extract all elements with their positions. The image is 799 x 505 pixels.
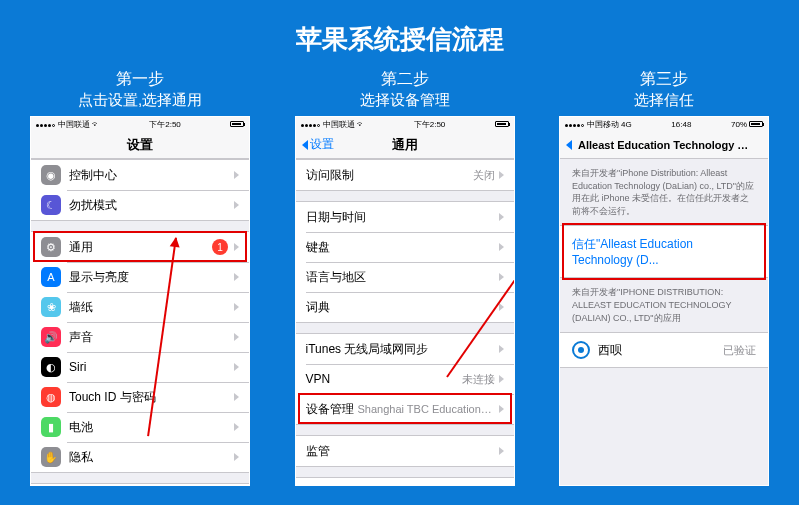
- chevron-right-icon: [234, 453, 239, 461]
- siri-icon: ◐: [41, 357, 61, 377]
- row-label: 墙纸: [69, 299, 234, 316]
- developer-untrusted-description: 来自开发者"iPhone Distribution: Alleast Educa…: [560, 159, 768, 225]
- row-label: 声音: [69, 329, 234, 346]
- nav-title: 设置: [127, 136, 153, 154]
- general-group-3: iTunes 无线局域网同步 VPN 未连接 设备管理 Shanghai TBC…: [296, 333, 514, 425]
- row-display[interactable]: A 显示与亮度: [31, 262, 249, 292]
- signal-dots-icon: [301, 120, 321, 129]
- dnd-icon: ☾: [41, 195, 61, 215]
- row-appstore[interactable]: Ⓐ iTunes Store 与 App Store: [31, 484, 249, 486]
- row-sound[interactable]: 🔊 声音: [31, 322, 249, 352]
- row-itunes-wifi-sync[interactable]: iTunes 无线局域网同步: [296, 334, 514, 364]
- settings-group-1: ◉ 控制中心 ☾ 勿扰模式: [31, 159, 249, 221]
- row-label: 电池: [69, 419, 234, 436]
- row-touchid[interactable]: ◍ Touch ID 与密码: [31, 382, 249, 412]
- battery-icon: [749, 121, 763, 127]
- step-2-title: 第二步: [381, 67, 429, 91]
- chevron-right-icon: [499, 447, 504, 455]
- app-verified-status: 已验证: [723, 343, 756, 358]
- row-battery[interactable]: ▮ 电池: [31, 412, 249, 442]
- page-title: 苹果系统授信流程: [0, 0, 799, 57]
- chevron-right-icon: [234, 423, 239, 431]
- row-reset[interactable]: 还原: [296, 478, 514, 486]
- step-1-subtitle: 点击设置,选择通用: [78, 91, 202, 110]
- battery-row-icon: ▮: [41, 417, 61, 437]
- signal-dots-icon: [36, 120, 56, 129]
- chevron-right-icon: [499, 273, 504, 281]
- back-label: 设置: [310, 136, 334, 153]
- display-icon: A: [41, 267, 61, 287]
- phone-2-screenshot: 中国联通 ᯤ 下午2:50 设置 通用 访问限制 关闭: [295, 116, 515, 486]
- row-dnd[interactable]: ☾ 勿扰模式: [31, 190, 249, 220]
- fingerprint-icon: ◍: [41, 387, 61, 407]
- row-privacy[interactable]: ✋ 隐私: [31, 442, 249, 472]
- nav-bar: Alleast Education Technology (DaLia...: [560, 131, 768, 159]
- chevron-right-icon: [499, 375, 504, 383]
- row-label: 设备管理: [306, 401, 354, 418]
- row-label: VPN: [306, 372, 462, 386]
- status-bar: 中国移动 4G 16:48 70%: [560, 117, 768, 131]
- row-datetime[interactable]: 日期与时间: [296, 202, 514, 232]
- row-label: 词典: [306, 299, 499, 316]
- status-bar: 中国联通 ᯤ 下午2:50: [31, 117, 249, 131]
- row-keyboard[interactable]: 键盘: [296, 232, 514, 262]
- wallpaper-icon: ❀: [41, 297, 61, 317]
- chevron-right-icon: [234, 363, 239, 371]
- gear-icon: ⚙: [41, 237, 61, 257]
- trust-developer-button[interactable]: 信任"Alleast Education Technology (D...: [560, 225, 768, 278]
- step-3: 第三步 选择信任 中国移动 4G 16:48 70% Alleast Ed: [559, 67, 769, 486]
- chevron-left-icon: [302, 140, 308, 150]
- chevron-right-icon: [499, 171, 504, 179]
- row-label: 访问限制: [306, 167, 473, 184]
- carrier-label: 中国联通: [58, 119, 90, 130]
- privacy-icon: ✋: [41, 447, 61, 467]
- row-label: 勿扰模式: [69, 197, 234, 214]
- nav-bar: 设置: [31, 131, 249, 159]
- chevron-right-icon: [234, 393, 239, 401]
- chevron-right-icon: [234, 201, 239, 209]
- status-time: 下午2:50: [365, 119, 495, 130]
- step-2-subtitle: 选择设备管理: [360, 91, 450, 110]
- row-supervision[interactable]: 监管: [296, 436, 514, 466]
- nav-title: Alleast Education Technology (DaLia...: [560, 139, 768, 151]
- chevron-right-icon: [234, 273, 239, 281]
- app-row[interactable]: 西呗 已验证: [560, 332, 768, 368]
- phone-3-screenshot: 中国移动 4G 16:48 70% Alleast Education Tech…: [559, 116, 769, 486]
- step-1: 第一步 点击设置,选择通用 中国联通 ᯤ 下午2:50 设置 ◉ 控制中心: [30, 67, 250, 486]
- row-label: 日期与时间: [306, 209, 499, 226]
- row-general[interactable]: ⚙ 通用 1: [31, 232, 249, 262]
- general-group-4: 监管: [296, 435, 514, 467]
- row-restrictions[interactable]: 访问限制 关闭: [296, 160, 514, 190]
- carrier-label: 中国移动: [587, 119, 619, 130]
- settings-group-3: Ⓐ iTunes Store 与 App Store ⌧ Wallet 与 Ap…: [31, 483, 249, 486]
- back-button[interactable]: [566, 140, 572, 150]
- settings-group-2: ⚙ 通用 1 A 显示与亮度 ❀ 墙纸 🔊 声音: [31, 231, 249, 473]
- chevron-right-icon: [234, 171, 239, 179]
- row-label: 显示与亮度: [69, 269, 234, 286]
- carrier-label: 中国联通: [323, 119, 355, 130]
- row-control-center[interactable]: ◉ 控制中心: [31, 160, 249, 190]
- step-3-subtitle: 选择信任: [634, 91, 694, 110]
- chevron-right-icon: [234, 333, 239, 341]
- chevron-right-icon: [234, 243, 239, 251]
- battery-icon: [230, 121, 244, 127]
- chevron-right-icon: [499, 213, 504, 221]
- wifi-icon: ᯤ: [92, 120, 100, 129]
- row-label: 监管: [306, 443, 499, 460]
- nav-title: 通用: [392, 136, 418, 154]
- row-dictionary[interactable]: 词典: [296, 292, 514, 322]
- row-label: 通用: [69, 239, 212, 256]
- row-wallpaper[interactable]: ❀ 墙纸: [31, 292, 249, 322]
- back-button[interactable]: 设置: [302, 136, 334, 153]
- row-device-management[interactable]: 设备管理 Shanghai TBC Education Dev...: [296, 394, 514, 424]
- row-label: 键盘: [306, 239, 499, 256]
- notification-badge: 1: [212, 239, 228, 255]
- developer-apps-description: 来自开发者"IPHONE DISTRIBUTION: ALLEAST EDUCA…: [560, 278, 768, 332]
- phone-1-screenshot: 中国联通 ᯤ 下午2:50 设置 ◉ 控制中心 ☾ 勿扰模式: [30, 116, 250, 486]
- status-bar: 中国联通 ᯤ 下午2:50: [296, 117, 514, 131]
- row-siri[interactable]: ◐ Siri: [31, 352, 249, 382]
- row-vpn[interactable]: VPN 未连接: [296, 364, 514, 394]
- status-time: 16:48: [632, 120, 731, 129]
- row-value: 未连接: [462, 372, 495, 387]
- row-language[interactable]: 语言与地区: [296, 262, 514, 292]
